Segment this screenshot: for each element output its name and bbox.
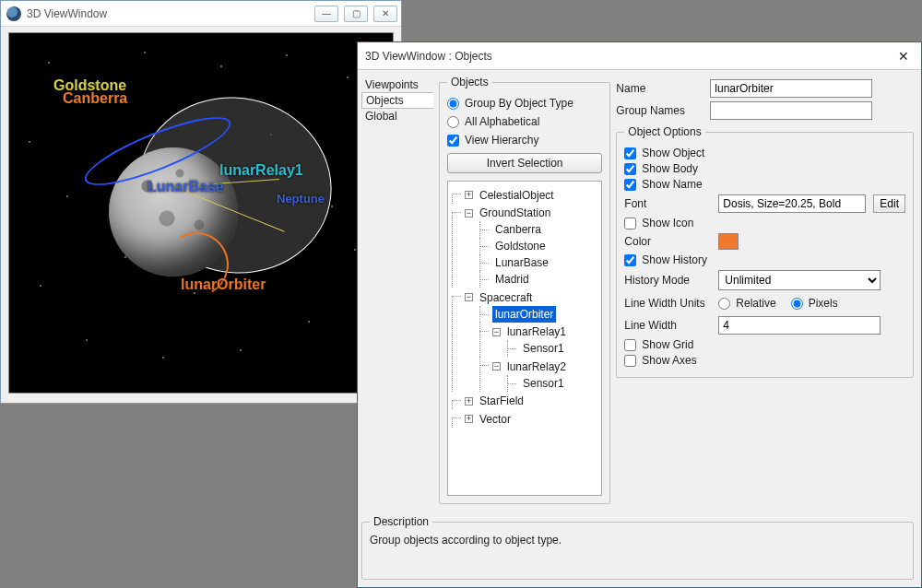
expand-icon[interactable]: +	[465, 397, 473, 406]
radio-units-relative[interactable]: Relative	[718, 297, 775, 310]
3d-viewport[interactable]: Goldstone Canberra lunarRelay1 LunarBase…	[8, 32, 394, 394]
group-names-input[interactable]	[710, 101, 872, 120]
tree-vector[interactable]: +Vector	[465, 411, 514, 428]
app-icon	[6, 6, 21, 21]
checkbox-view-hierarchy-input[interactable]	[447, 135, 459, 147]
description-legend: Description	[370, 515, 432, 528]
checkbox-show-icon[interactable]: Show Icon	[624, 217, 905, 229]
tree-spacecraft[interactable]: −Spacecraft	[465, 289, 535, 306]
dialog-close-button[interactable]: ✕	[893, 49, 914, 64]
tree-madrid[interactable]: Madrid	[492, 271, 532, 288]
label-lunar-relay1: lunarRelay1	[219, 162, 303, 179]
color-label: Color	[624, 235, 711, 248]
group-names-label: Group Names	[616, 104, 703, 117]
description-text: Group objects according to object type.	[370, 534, 905, 547]
line-width-input[interactable]	[718, 316, 881, 335]
minimize-button[interactable]: —	[314, 6, 338, 22]
nav-viewpoints[interactable]: Viewpoints	[361, 77, 433, 92]
radio-group-by-type-input[interactable]	[447, 98, 459, 110]
label-neptune: Neptune	[277, 192, 325, 206]
radio-all-alphabetical[interactable]: All Alphabetical	[447, 115, 602, 128]
invert-selection-button[interactable]: Invert Selection	[447, 153, 602, 173]
history-mode-label: History Mode	[624, 274, 711, 287]
history-mode-select[interactable]: Unlimited	[718, 270, 881, 290]
expand-icon[interactable]: +	[465, 415, 473, 423]
name-label: Name	[616, 82, 703, 95]
tree-lunar-orbiter[interactable]: lunarOrbiter	[492, 306, 556, 323]
radio-all-alphabetical-input[interactable]	[447, 116, 459, 128]
radio-group-by-type[interactable]: Group By Object Type	[447, 97, 602, 110]
nav-global[interactable]: Global	[361, 109, 433, 123]
name-input[interactable]	[710, 79, 872, 98]
tree-lr1-sensor1[interactable]: Sensor1	[520, 340, 567, 357]
maximize-button[interactable]: ▢	[344, 6, 368, 22]
checkbox-show-history[interactable]: Show History	[624, 253, 905, 266]
nav-objects[interactable]: Objects	[361, 92, 433, 109]
objects-fieldset: Objects Group By Object Type All Alphabe…	[439, 76, 610, 504]
collapse-icon[interactable]: −	[492, 328, 501, 336]
collapse-icon[interactable]: −	[465, 209, 473, 218]
tree-lunarbase[interactable]: LunarBase	[492, 254, 551, 271]
label-lunar-orbiter: lunarOrbiter	[181, 276, 266, 293]
objects-dialog: 3D ViewWindow : Objects ✕ Viewpoints Obj…	[357, 41, 922, 588]
3d-view-titlebar[interactable]: 3D ViewWindow — ▢ ✕	[1, 1, 401, 27]
object-options-legend: Object Options	[624, 125, 704, 138]
objects-dialog-titlebar[interactable]: 3D ViewWindow : Objects ✕	[358, 42, 921, 70]
collapse-icon[interactable]: −	[492, 362, 501, 370]
tree-ground-station[interactable]: −GroundStation	[465, 205, 553, 221]
label-canberra: Canberra	[63, 90, 127, 107]
objects-dialog-title: 3D ViewWindow : Objects	[365, 50, 492, 63]
close-button[interactable]: ✕	[373, 6, 397, 22]
tree-canberra[interactable]: Canberra	[492, 221, 544, 238]
checkbox-view-hierarchy[interactable]: View Hierarchy	[447, 134, 602, 147]
tree-lr2-sensor1[interactable]: Sensor1	[520, 375, 567, 392]
object-tree[interactable]: +CelestialObject −GroundStation Canberra…	[447, 181, 602, 496]
font-input[interactable]	[718, 194, 866, 213]
checkbox-show-axes[interactable]: Show Axes	[624, 354, 905, 367]
tree-goldstone[interactable]: Goldstone	[492, 238, 549, 254]
font-edit-button[interactable]: Edit	[873, 194, 905, 213]
color-swatch[interactable]	[718, 233, 739, 250]
tree-lunar-relay2[interactable]: −lunarRelay2	[492, 359, 569, 375]
tree-lunar-relay1[interactable]: −lunarRelay1	[492, 323, 569, 340]
dialog-nav: Viewpoints Objects Global	[361, 76, 433, 504]
expand-icon[interactable]: +	[465, 191, 473, 199]
checkbox-show-name[interactable]: Show Name	[624, 178, 905, 191]
description-fieldset: Description Group objects according to o…	[361, 515, 914, 580]
objects-legend: Objects	[447, 76, 492, 88]
label-lunar-base: LunarBase	[148, 179, 224, 195]
tree-starfield[interactable]: +StarField	[465, 393, 526, 409]
tree-celestial-object[interactable]: +CelestialObject	[465, 187, 557, 204]
3d-view-window: 3D ViewWindow — ▢ ✕ Goldstone Canberra l…	[0, 0, 402, 404]
checkbox-show-object[interactable]: Show Object	[624, 147, 905, 159]
checkbox-show-body[interactable]: Show Body	[624, 162, 905, 175]
font-label: Font	[624, 197, 711, 210]
collapse-icon[interactable]: −	[465, 293, 473, 301]
3d-view-title: 3D ViewWindow	[27, 7, 314, 20]
line-width-units-label: Line Width Units	[624, 297, 711, 310]
radio-units-pixels[interactable]: Pixels	[791, 297, 838, 310]
checkbox-show-grid[interactable]: Show Grid	[624, 338, 905, 351]
line-width-label: Line Width	[624, 319, 711, 332]
object-options-fieldset: Object Options Show Object Show Body Sho…	[616, 125, 914, 378]
